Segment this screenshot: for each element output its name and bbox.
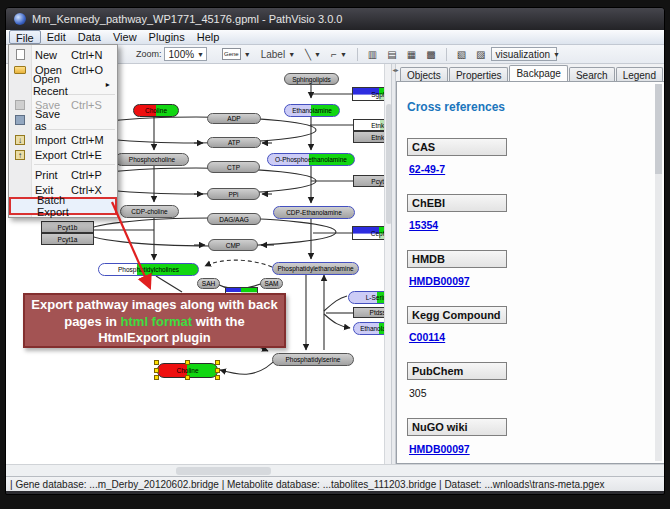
- visualization-dropdown[interactable]: visualization ▼: [491, 47, 557, 61]
- menu-item-open-recent[interactable]: Open Recent▸: [9, 77, 117, 92]
- metabolite-node-cdp-choline[interactable]: CDP-choline: [120, 205, 179, 218]
- export-icon: ↑: [9, 150, 31, 160]
- distribute-vertical-icon: ▩: [426, 49, 435, 60]
- metabolite-node-cdp-ethanolamine[interactable]: CDP-Ethanolamine: [273, 206, 355, 219]
- zoom-dropdown[interactable]: 100% ▼: [164, 47, 208, 61]
- gene-box-ptdss2[interactable]: Ptdss2: [353, 307, 384, 318]
- line-tool-button[interactable]: ╲▼: [301, 47, 325, 62]
- gene-box-etnk1[interactable]: Etnk1: [353, 119, 384, 131]
- tab-search[interactable]: Search: [569, 67, 615, 81]
- menu-help[interactable]: Help: [191, 30, 226, 44]
- canvas-horizontal-scrollbar[interactable]: [6, 464, 664, 476]
- metabolite-node-o-phosphoethanolamine[interactable]: O-Phosphoethanolamine: [267, 153, 355, 166]
- section-header-chebi: ChEBI: [407, 194, 507, 212]
- panel-vertical-scrollbar[interactable]: [655, 84, 662, 461]
- save-icon: [15, 100, 25, 110]
- menu-item-shortcut: Ctrl+O: [71, 64, 113, 76]
- menu-view[interactable]: View: [107, 30, 143, 44]
- menu-plugins[interactable]: Plugins: [143, 30, 191, 44]
- menu-file[interactable]: File: [9, 30, 41, 44]
- metabolite-node-cmp[interactable]: CMP: [208, 239, 258, 251]
- tab-properties[interactable]: Properties: [449, 67, 509, 81]
- metabolite-node-choline[interactable]: Choline: [133, 104, 179, 117]
- gene-box-pcyt1a[interactable]: Pcyt1a: [41, 233, 94, 245]
- gene-datanode-button[interactable]: Gene▼: [218, 47, 255, 62]
- distribute-horizontal-button[interactable]: ▦: [403, 47, 420, 62]
- menu-item-new[interactable]: NewCtrl+N: [9, 47, 117, 62]
- label-tool-button[interactable]: Label▼: [257, 47, 299, 62]
- section-header-pubchem: PubChem: [407, 362, 507, 380]
- gene-box-sgpl1[interactable]: Sgpl1: [352, 87, 384, 101]
- section-value-nugo-wiki[interactable]: HMDB00097: [409, 443, 470, 455]
- metabolite-node-ethanolamine[interactable]: Ethanolamine: [353, 322, 384, 335]
- distribute-horizontal-icon: ▦: [407, 49, 416, 60]
- metabolite-node-ethanolamine[interactable]: Ethanolamine: [284, 104, 340, 117]
- tab-backpage[interactable]: Backpage: [509, 65, 567, 81]
- metabolite-node-ctp[interactable]: CTP: [207, 161, 260, 173]
- section-value-hmdb[interactable]: HMDB00097: [409, 275, 470, 287]
- stack-horizontal-button[interactable]: ▧: [453, 47, 470, 62]
- metabolite-node-phosphatidylethanolamine[interactable]: Phosphatidylethanolamine: [272, 262, 359, 275]
- selection-handle[interactable]: [154, 375, 159, 380]
- annotation-callout: Export pathway images along with back pa…: [23, 293, 286, 348]
- selection-handle[interactable]: [215, 375, 220, 380]
- scrollbar-thumb[interactable]: [176, 467, 271, 475]
- canvas-vertical-scrollbar[interactable]: [384, 64, 391, 464]
- gene-box-cept1[interactable]: Cept1: [352, 226, 384, 240]
- scrollbar-thumb[interactable]: [655, 84, 662, 174]
- section-value-chebi[interactable]: 15354: [409, 219, 438, 231]
- selection-handle[interactable]: [185, 360, 190, 365]
- menu-item-export[interactable]: ↑ExportCtrl+E: [9, 147, 117, 162]
- menu-item-import[interactable]: ↓ImportCtrl+M: [9, 132, 117, 147]
- section-header-nugo-wiki: NuGO wiki: [407, 418, 507, 436]
- menu-item-shortcut: Ctrl+N: [71, 49, 113, 61]
- selection-handle[interactable]: [185, 375, 190, 380]
- align-center-button[interactable]: ▥: [364, 47, 381, 62]
- gene-box-pcyt2[interactable]: Pcyt2: [353, 175, 384, 187]
- metabolite-node-phosphatidylserine[interactable]: Phosphatidylserine: [272, 353, 354, 366]
- section-header-kegg-compound: Kegg Compound: [407, 306, 507, 324]
- section-value-kegg-compound[interactable]: C00114: [409, 331, 445, 343]
- zoom-label: Zoom:: [136, 49, 162, 59]
- connector-tool-button[interactable]: ⌐▼: [327, 47, 351, 62]
- stack-vertical-button[interactable]: ▨: [472, 47, 489, 62]
- menu-item-label: Batch Export: [33, 194, 69, 218]
- metabolite-node-ppi[interactable]: PPi: [207, 188, 260, 200]
- tab-legend[interactable]: Legend: [616, 67, 663, 81]
- menu-item-label: Export: [31, 149, 71, 161]
- menu-item-label: New: [31, 49, 71, 61]
- status-bar: | Gene database: ...m_Derby_20120602.bri…: [6, 476, 664, 491]
- tab-objects[interactable]: Objects: [400, 67, 448, 81]
- menu-item-batch-export[interactable]: Batch Export: [9, 197, 117, 215]
- new-document-icon: [16, 49, 25, 60]
- chevron-down-icon: ▼: [288, 51, 295, 58]
- metabolite-node-l-serine[interactable]: L-Serine: [348, 291, 384, 304]
- gene-box-etnk2[interactable]: Etnk2: [353, 131, 384, 143]
- metabolite-node-atp[interactable]: ATP: [207, 137, 261, 148]
- metabolite-node-adp[interactable]: ADP: [207, 113, 261, 124]
- metabolite-node-phosphatidylcholines[interactable]: Phosphatidylcholines: [98, 263, 199, 276]
- callout-highlight-text: html format: [121, 314, 193, 329]
- section-value-cas[interactable]: 62-49-7: [409, 163, 445, 175]
- menu-item-shortcut: Ctrl+M: [71, 134, 113, 146]
- selection-handle[interactable]: [215, 368, 220, 373]
- menu-data[interactable]: Data: [72, 30, 107, 44]
- metabolite-node-phosphocholine[interactable]: Phosphocholine: [115, 153, 189, 166]
- menu-bar: FileEditDataViewPluginsHelp: [6, 30, 664, 45]
- pathway-edge: [324, 314, 350, 328]
- distribute-vertical-button[interactable]: ▩: [422, 47, 439, 62]
- backpage-section-cas: CAS62-49-7: [407, 138, 664, 185]
- menu-edit[interactable]: Edit: [41, 30, 72, 44]
- metabolite-node-sah[interactable]: SAH: [197, 278, 220, 289]
- metabolite-node-dag-aag[interactable]: DAG/AAG: [207, 213, 261, 225]
- metabolite-node-sam[interactable]: SAM: [260, 278, 283, 289]
- selection-handle[interactable]: [154, 368, 159, 373]
- menu-item-save-as[interactable]: Save as: [9, 112, 117, 127]
- selection-handle[interactable]: [154, 360, 159, 365]
- menu-item-print[interactable]: PrintCtrl+P: [9, 167, 117, 182]
- gene-box-pcyt1b[interactable]: Pcyt1b: [41, 221, 94, 233]
- selection-handle[interactable]: [215, 360, 220, 365]
- metabolite-node-sphingolipids[interactable]: Sphingolipids: [284, 73, 339, 85]
- title-bar[interactable]: Mm_Kennedy_pathway_WP1771_45176.gpml - P…: [6, 8, 664, 30]
- align-middle-button[interactable]: ▤: [383, 47, 400, 62]
